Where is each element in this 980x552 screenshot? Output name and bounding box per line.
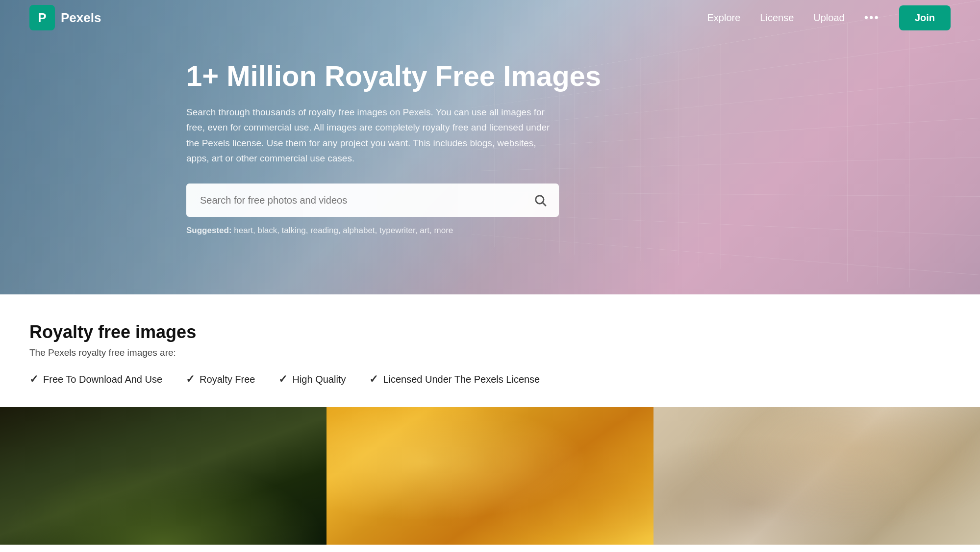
search-bar <box>186 184 559 217</box>
nav-more-dots[interactable]: ••• <box>864 11 879 25</box>
search-input[interactable] <box>186 195 522 206</box>
suggested-area: Suggested: heart, black, talking, readin… <box>186 226 794 236</box>
search-button[interactable] <box>522 193 559 207</box>
feature-label-4: Licensed Under The Pexels License <box>383 374 540 385</box>
grid-image-2[interactable] <box>327 407 653 545</box>
grid-image-1[interactable] <box>0 407 327 545</box>
check-icon-1: ✓ <box>29 373 38 386</box>
join-button[interactable]: Join <box>899 5 951 30</box>
main-nav: Explore License Upload ••• Join <box>707 5 951 30</box>
nav-upload[interactable]: Upload <box>813 12 844 24</box>
nav-license[interactable]: License <box>760 12 794 24</box>
feature-item-3: ✓ High Quality <box>278 373 346 386</box>
features-list: ✓ Free To Download And Use ✓ Royalty Fre… <box>29 373 951 386</box>
suggested-label: Suggested: <box>186 226 232 235</box>
section-subtitle: The Pexels royalty free images are: <box>29 347 951 358</box>
grid-image-3[interactable] <box>653 407 980 545</box>
logo-link[interactable]: P Pexels <box>29 5 101 30</box>
nav-explore[interactable]: Explore <box>707 12 741 24</box>
search-icon <box>533 193 547 207</box>
image-grid <box>0 407 980 545</box>
feature-label-2: Royalty Free <box>200 374 255 385</box>
suggested-links[interactable]: heart, black, talking, reading, alphabet… <box>234 226 453 235</box>
feature-label-3: High Quality <box>292 374 346 385</box>
hero-section: 1+ Million Royalty Free Images Search th… <box>0 0 980 294</box>
content-section: Royalty free images The Pexels royalty f… <box>0 294 980 545</box>
logo-text: Pexels <box>61 10 101 26</box>
check-icon-3: ✓ <box>278 373 287 386</box>
logo-box: P <box>29 5 55 30</box>
section-title: Royalty free images <box>29 322 951 342</box>
feature-label-1: Free To Download And Use <box>43 374 162 385</box>
hero-content: 1+ Million Royalty Free Images Search th… <box>0 0 980 294</box>
check-icon-2: ✓ <box>186 373 195 386</box>
header: P Pexels Explore License Upload ••• Join <box>0 0 980 35</box>
svg-line-1 <box>543 203 546 206</box>
svg-point-0 <box>536 196 544 204</box>
check-icon-4: ✓ <box>369 373 378 386</box>
feature-item-2: ✓ Royalty Free <box>186 373 255 386</box>
feature-item-1: ✓ Free To Download And Use <box>29 373 162 386</box>
feature-item-4: ✓ Licensed Under The Pexels License <box>369 373 540 386</box>
hero-title: 1+ Million Royalty Free Images <box>186 59 794 93</box>
logo-letter: P <box>38 10 46 26</box>
hero-description: Search through thousands of royalty free… <box>186 105 559 166</box>
